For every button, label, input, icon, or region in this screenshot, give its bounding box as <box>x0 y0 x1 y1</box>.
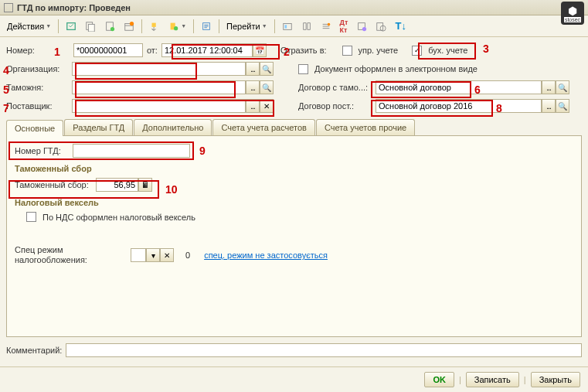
badge-10: 10 <box>165 183 178 196</box>
toolbar-icon-13[interactable]: Т↓ <box>392 19 409 33</box>
svg-rect-2 <box>89 24 95 32</box>
date-input[interactable] <box>161 43 253 57</box>
tab-additional[interactable]: Дополнительно <box>134 119 212 135</box>
toolbar-icon-11[interactable] <box>353 19 370 33</box>
vat-bill-label: По НДС оформлен налоговый вексель <box>42 213 195 222</box>
comment-input[interactable] <box>66 343 582 357</box>
goto-menu[interactable]: Перейти▼ <box>223 20 270 32</box>
spec-mode-label: Спец режимналогообложения: <box>15 245 92 265</box>
org-search-icon[interactable]: 🔍 <box>260 62 274 76</box>
spec-mode-clear-icon[interactable]: ✕ <box>160 248 174 262</box>
contract-customs-select-button[interactable]: ... <box>542 80 556 94</box>
toolbar-icon-dt[interactable]: ДтКт <box>337 17 352 36</box>
svg-point-4 <box>110 26 114 30</box>
toolbar-icon-8[interactable] <box>279 19 296 33</box>
supplier-label: Поставщик: <box>6 101 68 111</box>
close-button[interactable]: Закрыть <box>531 372 580 387</box>
titlebar: ГТД по импорту: Проведен <box>0 0 588 15</box>
number-label: Номер: <box>6 46 35 55</box>
footer: OK | Записать | Закрыть <box>0 366 588 392</box>
org-select-button[interactable]: ... <box>246 62 260 76</box>
toolbar-icon-9[interactable] <box>298 19 315 33</box>
number-input[interactable] <box>73 43 143 57</box>
badge-9: 9 <box>199 145 206 157</box>
contract-supplier-select-button[interactable]: ... <box>542 99 556 113</box>
tax-bill-section: Налоговый вексель <box>15 198 573 207</box>
contract-supplier-label: Договор пост.: <box>298 101 372 111</box>
toolbar-icon-4[interactable] <box>121 19 138 33</box>
upr-label: упр. учете <box>359 46 399 55</box>
comment-label: Комментарий: <box>6 346 62 355</box>
contract-customs-search-icon[interactable]: 🔍 <box>556 80 569 94</box>
upr-checkbox[interactable] <box>342 46 352 56</box>
spec-mode-link[interactable]: спец. режим не застосовується <box>204 251 328 260</box>
badge-7: 7 <box>3 102 9 114</box>
tab-accounts-calc[interactable]: Счета учета расчетов <box>212 119 314 135</box>
tab-main[interactable]: Основные <box>6 120 63 136</box>
svg-point-6 <box>130 21 134 25</box>
gtd-number-label: Номер ГТД: <box>15 146 69 155</box>
toolbar-icon-10[interactable] <box>318 19 335 33</box>
customs-select-button[interactable]: ... <box>246 80 260 94</box>
badge-1: 1 <box>54 46 60 58</box>
contract-supplier-input[interactable] <box>376 99 542 113</box>
supplier-clear-icon[interactable]: ✕ <box>260 99 274 113</box>
supplier-select-button[interactable]: ... <box>246 99 260 113</box>
svg-rect-9 <box>283 23 291 29</box>
contract-supplier-search-icon[interactable]: 🔍 <box>556 99 569 113</box>
tab-accounts-other[interactable]: Счета учетов прочие <box>316 119 415 135</box>
save-button[interactable]: Записать <box>466 372 519 387</box>
vat-bill-checkbox[interactable] <box>26 212 36 222</box>
badge-5: 5 <box>3 84 9 96</box>
toolbar-icon-1[interactable] <box>63 19 80 33</box>
toolbar-icon-5[interactable] <box>146 19 163 33</box>
customs-label: Таможня: <box>6 83 68 92</box>
electronic-label: Документ оформлен в электронном виде <box>314 64 478 73</box>
supplier-input[interactable] <box>72 99 246 113</box>
customs-input[interactable] <box>72 80 246 94</box>
contract-customs-input[interactable] <box>376 80 542 94</box>
tab-content-main: Номер ГТД: Таможенный сбор Таможенный сб… <box>6 136 582 337</box>
calendar-icon[interactable]: 📅 <box>253 43 267 57</box>
customs-fee-label: Таможенный сбор: <box>15 180 92 189</box>
tab-strip: Основные Разделы ГТД Дополнительно Счета… <box>6 119 582 136</box>
svg-point-11 <box>327 22 330 26</box>
customs-search-icon[interactable]: 🔍 <box>260 80 274 94</box>
toolbar: Действия▼ ▼ Перейти▼ ДтКт Т↓ <box>0 15 588 37</box>
ok-button[interactable]: OK <box>424 372 454 387</box>
electronic-checkbox[interactable] <box>298 64 308 74</box>
contract-customs-label: Договор с тамо...: <box>298 83 372 92</box>
org-label: Организация: <box>6 64 68 73</box>
badge-8: 8 <box>496 102 502 114</box>
badge-3: 3 <box>483 43 489 55</box>
document-icon <box>4 3 13 12</box>
toolbar-icon-7[interactable] <box>198 19 215 33</box>
toolbar-icon-12[interactable] <box>372 19 389 33</box>
customs-fee-input[interactable] <box>96 178 138 192</box>
org-input[interactable] <box>72 62 246 76</box>
toolbar-icon-3[interactable] <box>101 19 118 33</box>
buh-checkbox[interactable]: ✓ <box>412 46 422 56</box>
svg-point-13 <box>362 26 366 30</box>
svg-rect-14 <box>377 22 383 30</box>
window-title: ГТД по импорту: Проведен <box>17 3 131 12</box>
from-label: от: <box>147 46 158 55</box>
calculator-icon[interactable]: 🖩 <box>138 178 152 192</box>
app-logo: ⬢ stosec <box>561 2 584 25</box>
buh-label: бух. учете <box>428 46 467 55</box>
svg-rect-10 <box>284 25 287 28</box>
spec-mode-value: 0 <box>185 251 190 260</box>
badge-2: 2 <box>284 46 290 58</box>
toolbar-icon-6[interactable]: ▼ <box>165 19 189 33</box>
toolbar-icon-2[interactable] <box>82 19 99 33</box>
actions-menu[interactable]: Действия▼ <box>4 20 54 32</box>
badge-6: 6 <box>474 84 481 96</box>
gtd-number-input[interactable] <box>73 144 190 158</box>
customs-fee-section: Таможенный сбор <box>15 164 573 173</box>
spec-mode-input[interactable] <box>131 248 146 262</box>
badge-4: 4 <box>3 64 9 77</box>
spec-mode-dropdown-icon[interactable]: ▾ <box>146 248 160 262</box>
svg-point-7 <box>174 26 178 30</box>
form-content: Номер: от: 📅 Отразить в: упр. учете ✓ бу… <box>0 37 588 368</box>
tab-sections[interactable]: Разделы ГТД <box>64 119 133 135</box>
